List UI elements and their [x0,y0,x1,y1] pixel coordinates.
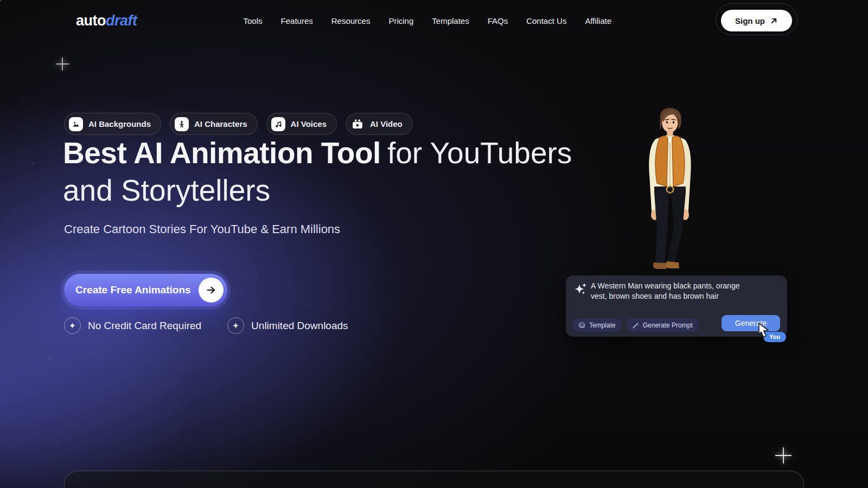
prompt-actions: Template Generate Prompt [572,318,699,332]
magic-wand-icon [632,322,640,329]
feature-label: Unlimited Downloads [251,320,348,332]
feature-label: No Credit Card Required [88,320,201,332]
sparkle-icon [64,317,81,334]
nav-item-faqs[interactable]: FAQs [488,16,508,25]
template-button[interactable]: Template [572,318,622,332]
signup-label: Sign up [735,16,765,25]
signup-button[interactable]: Sign up [721,10,792,31]
mouse-cursor-icon [757,322,771,341]
nav-item-pricing[interactable]: Pricing [388,16,413,25]
generate-button[interactable]: Generate [722,315,780,331]
badge-label: AI Characters [194,119,247,129]
nav-item-features[interactable]: Features [281,16,313,25]
feature-unlimited-downloads: Unlimited Downloads [227,317,348,334]
person-icon [175,117,189,131]
hero-title: Best AI Animation Toolfor YouTubers and … [63,134,584,209]
video-icon [350,117,365,131]
image-icon [69,117,83,131]
nav-links: Tools Features Resources Pricing Templat… [244,16,612,25]
logo-text-auto: auto [76,12,106,29]
badge-label: AI Backgrounds [88,119,151,129]
cta-label: Create Free Animations [75,284,191,296]
sparkle-icon [227,317,244,334]
prompt-text[interactable]: A Western Man wearing black pants, orang… [591,281,754,301]
badge-ai-voices[interactable]: AI Voices [266,113,337,135]
badge-ai-video[interactable]: AI Video [346,113,413,135]
arrow-right-icon [199,278,224,303]
page-background [0,0,868,488]
nav-item-templates[interactable]: Templates [432,16,469,25]
hero-feature-badges: AI Backgrounds AI Characters AI Voices A… [64,113,413,135]
template-label: Template [589,322,616,329]
western-man-character-illustration [621,106,719,274]
logo-text-draft: draft [106,12,137,29]
sparkle-plus-icon [55,56,70,74]
smiley-icon [578,322,586,329]
nav-item-resources[interactable]: Resources [331,16,371,25]
badge-label: AI Video [370,119,403,129]
next-section-panel [64,471,804,488]
hero-subtitle: Create Cartoon Stories For YouTube & Ear… [64,222,340,236]
top-navigation: auto draft Tools Features Resources Pric… [0,0,868,41]
ai-prompt-card: A Western Man wearing black pants, orang… [566,275,787,337]
badge-ai-backgrounds[interactable]: AI Backgrounds [64,113,161,135]
hero-title-line2: and Storytellers [63,172,584,209]
badge-ai-characters[interactable]: AI Characters [170,113,258,135]
hero-title-light: for YouTubers [387,136,572,170]
generate-prompt-label: Generate Prompt [643,322,693,329]
sparkle-plus-icon [775,447,792,466]
arrow-up-right-icon [770,17,778,25]
generate-prompt-button[interactable]: Generate Prompt [626,318,699,332]
music-note-icon [271,117,285,131]
nav-item-contact-us[interactable]: Contact Us [526,16,566,25]
badge-label: AI Voices [291,119,327,129]
logo[interactable]: auto draft [76,12,137,29]
nav-item-affiliate[interactable]: Affiliate [585,16,611,25]
feature-no-credit-card: No Credit Card Required [64,317,201,334]
hero-feature-list: No Credit Card Required Unlimited Downlo… [64,317,348,334]
nav-item-tools[interactable]: Tools [244,16,263,25]
hero-title-bold: Best AI Animation Tool [63,136,381,170]
ai-sparkle-icon [574,282,588,299]
create-free-animations-button[interactable]: Create Free Animations [64,274,227,306]
